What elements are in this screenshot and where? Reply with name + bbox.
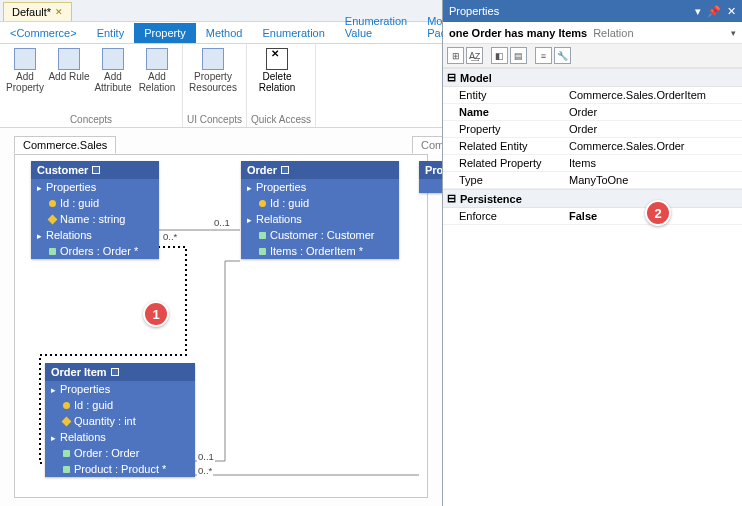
dropdown-icon[interactable]: ▾ bbox=[695, 5, 701, 18]
editor-pane: Default* ✕ <Commerce> Entity Property Me… bbox=[0, 0, 443, 506]
annotation-badge-1: 1 bbox=[143, 301, 169, 327]
category-persistence[interactable]: ⊟Persistence bbox=[443, 189, 742, 208]
categorize-icon[interactable]: ⊞ bbox=[447, 47, 464, 64]
collapse-icon[interactable] bbox=[111, 368, 119, 376]
object-name: one Order has many Items bbox=[449, 27, 587, 39]
relation-icon bbox=[259, 248, 266, 255]
close-icon[interactable]: ✕ bbox=[55, 7, 63, 17]
entity-product-partial[interactable]: Prod bbox=[419, 161, 442, 193]
properties-toolbar: ⊞ A͢Z ◧ ▤ ≡ 🔧 bbox=[443, 44, 742, 68]
panel-title: Properties bbox=[449, 5, 499, 17]
relation-icon bbox=[63, 450, 70, 457]
object-selector[interactable]: one Order has many Items Relation ▾ bbox=[443, 22, 742, 44]
add-rule-button[interactable]: Add Rule bbox=[48, 46, 90, 113]
add-relation-icon bbox=[146, 48, 168, 70]
key-icon bbox=[63, 402, 70, 409]
diagram-canvas[interactable]: Commerce.Sales Comme 0..1 0..* 0..1 0..*… bbox=[0, 128, 442, 506]
add-relation-button[interactable]: Add Relation bbox=[136, 46, 178, 113]
tab-label: Default* bbox=[12, 6, 51, 18]
property-resources-button[interactable]: Property Resources bbox=[187, 46, 239, 113]
ribbon-tab-method[interactable]: Method bbox=[196, 23, 253, 43]
ribbon: Add Property Add Rule Add Attribute Add … bbox=[0, 44, 442, 128]
prop-row: NameOrder bbox=[443, 104, 742, 121]
panel-header: Properties ▾ 📌 ✕ bbox=[443, 0, 742, 22]
mult-label: 0..* bbox=[162, 231, 178, 242]
ribbon-tab-property[interactable]: Property bbox=[134, 23, 196, 43]
properties-panel: Properties ▾ 📌 ✕ one Order has many Item… bbox=[443, 0, 742, 506]
relation-icon bbox=[259, 232, 266, 239]
annotation-badge-2: 2 bbox=[645, 200, 671, 226]
delete-relation-button[interactable]: ✕Delete Relation bbox=[251, 46, 303, 113]
expand-icon[interactable] bbox=[247, 181, 252, 193]
add-attribute-icon bbox=[102, 48, 124, 70]
mult-label: 0..1 bbox=[213, 217, 231, 228]
collapse-icon[interactable] bbox=[281, 166, 289, 174]
ribbon-tab-enum-value[interactable]: Enumeration Value bbox=[335, 11, 417, 43]
prop-row: EnforceFalse bbox=[443, 208, 742, 225]
collapse-icon[interactable]: ⊟ bbox=[447, 71, 456, 84]
object-type: Relation bbox=[593, 27, 633, 39]
ribbon-tab-entity[interactable]: Entity bbox=[87, 23, 135, 43]
ribbon-tabs: <Commerce> Entity Property Method Enumer… bbox=[0, 22, 442, 44]
close-icon[interactable]: ✕ bbox=[727, 5, 736, 18]
prop-row: TypeManyToOne bbox=[443, 172, 742, 189]
expand-icon[interactable] bbox=[37, 181, 42, 193]
ribbon-group-uiconcepts: Property Resources UI Concepts bbox=[183, 44, 247, 127]
key-icon bbox=[259, 200, 266, 207]
category-model[interactable]: ⊟Model bbox=[443, 68, 742, 87]
expand-icon[interactable] bbox=[51, 383, 56, 395]
add-attribute-button[interactable]: Add Attribute bbox=[92, 46, 134, 113]
property-resources-icon bbox=[202, 48, 224, 70]
ribbon-group-quickaccess: ✕Delete Relation Quick Access bbox=[247, 44, 316, 127]
wrench-icon[interactable]: 🔧 bbox=[554, 47, 571, 64]
add-rule-icon bbox=[58, 48, 80, 70]
ribbon-group-concepts: Add Property Add Rule Add Attribute Add … bbox=[0, 44, 183, 127]
tool-icon[interactable]: ≡ bbox=[535, 47, 552, 64]
collapse-icon[interactable]: ⊟ bbox=[447, 192, 456, 205]
entity-order-item[interactable]: Order Item Properties Id : guid Quantity… bbox=[45, 363, 195, 477]
prop-row: Related EntityCommerce.Sales.Order bbox=[443, 138, 742, 155]
property-icon bbox=[48, 214, 58, 224]
expand-icon[interactable] bbox=[51, 431, 56, 443]
canvas-body: 0..1 0..* 0..1 0..* Customer Properties … bbox=[14, 154, 428, 498]
delete-relation-icon: ✕ bbox=[266, 48, 288, 70]
key-icon bbox=[49, 200, 56, 207]
entity-customer[interactable]: Customer Properties Id : guid Name : str… bbox=[31, 161, 159, 259]
dropdown-icon[interactable]: ▾ bbox=[731, 28, 736, 38]
relation-icon bbox=[49, 248, 56, 255]
expand-icon[interactable] bbox=[247, 213, 252, 225]
property-grid: ⊟Model EntityCommerce.Sales.OrderItem Na… bbox=[443, 68, 742, 506]
pin-icon[interactable]: 📌 bbox=[707, 5, 721, 18]
relation-icon bbox=[63, 466, 70, 473]
add-property-button[interactable]: Add Property bbox=[4, 46, 46, 113]
group-label: Concepts bbox=[4, 113, 178, 127]
entity-order[interactable]: Order Properties Id : guid Relations Cus… bbox=[241, 161, 399, 259]
group-label: UI Concepts bbox=[187, 113, 242, 127]
ribbon-tab-commerce[interactable]: <Commerce> bbox=[0, 23, 87, 43]
document-tab[interactable]: Default* ✕ bbox=[3, 2, 72, 21]
property-icon bbox=[62, 416, 72, 426]
prop-row: PropertyOrder bbox=[443, 121, 742, 138]
canvas-tab-partial[interactable]: Comme bbox=[412, 136, 442, 154]
mult-label: 0..1 bbox=[197, 451, 215, 462]
tool-icon[interactable]: ◧ bbox=[491, 47, 508, 64]
sort-icon[interactable]: A͢Z bbox=[466, 47, 483, 64]
mult-label: 0..* bbox=[197, 465, 213, 476]
expand-icon[interactable] bbox=[37, 229, 42, 241]
add-property-icon bbox=[14, 48, 36, 70]
prop-row: Related PropertyItems bbox=[443, 155, 742, 172]
prop-row: EntityCommerce.Sales.OrderItem bbox=[443, 87, 742, 104]
tool-icon[interactable]: ▤ bbox=[510, 47, 527, 64]
ribbon-tab-enumeration[interactable]: Enumeration bbox=[252, 23, 334, 43]
group-label: Quick Access bbox=[251, 113, 311, 127]
collapse-icon[interactable] bbox=[92, 166, 100, 174]
canvas-tab[interactable]: Commerce.Sales bbox=[14, 136, 116, 154]
